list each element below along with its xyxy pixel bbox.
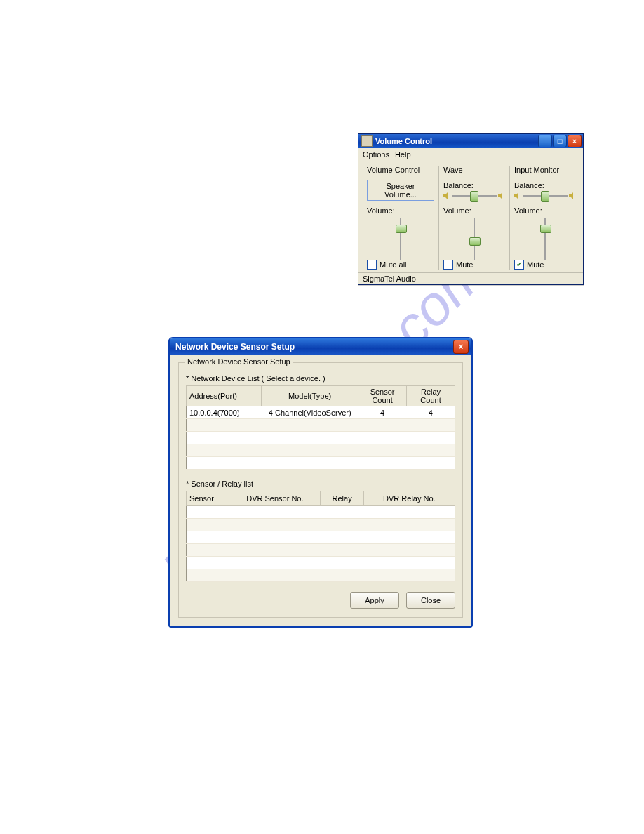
dialog-title: Network Device Sensor Setup [175, 342, 453, 352]
table-row[interactable] [187, 531, 455, 544]
device-list-table: Address(Port) Model(Type) Sensor Count R… [186, 385, 455, 470]
volume-body: Volume Control Speaker Volume... Volume:… [358, 161, 583, 272]
col-dvr-relay[interactable]: DVR Relay No. [363, 491, 455, 506]
volume-control-window: Volume Control _ □ × Options Help Volume… [358, 133, 584, 285]
speaker-right-icon [498, 192, 505, 199]
master-title: Volume Control [367, 166, 434, 174]
maximize-button[interactable]: □ [553, 135, 567, 147]
device-list-label: * Network Device List ( Select a device.… [186, 374, 455, 383]
wave-title: Wave [443, 166, 505, 174]
table-header-row: Sensor DVR Sensor No. Relay DVR Relay No… [187, 491, 455, 506]
close-button[interactable]: × [453, 340, 469, 354]
speaker-volume-button[interactable]: Speaker Volume... [367, 180, 434, 201]
menu-help[interactable]: Help [395, 150, 411, 159]
sensor-setup-titlebar[interactable]: Network Device Sensor Setup × [170, 338, 471, 355]
table-row[interactable] [187, 506, 455, 519]
svg-marker-1 [498, 192, 502, 199]
wave-balance-slider[interactable] [443, 191, 505, 201]
input-title: Input Monitor [514, 166, 576, 174]
group-title: Network Device Sensor Setup [185, 357, 293, 366]
wave-mute-checkbox[interactable] [443, 260, 453, 270]
input-balance-label: Balance: [514, 181, 576, 190]
app-icon [361, 135, 373, 147]
wave-volume-slider[interactable] [464, 218, 485, 260]
input-volume-slider[interactable] [535, 218, 556, 260]
table-row[interactable] [187, 544, 455, 557]
dialog-body: Network Device Sensor Setup * Network De… [170, 355, 471, 626]
input-column: Input Monitor Balance: Volume: ✔ Mute [510, 166, 580, 270]
apply-button[interactable]: Apply [350, 592, 399, 609]
master-volume-slider[interactable] [390, 218, 411, 260]
wave-volume-label: Volume: [443, 206, 505, 215]
sensor-setup-window: Network Device Sensor Setup × Network De… [168, 337, 473, 628]
col-address[interactable]: Address(Port) [187, 386, 262, 406]
close-button[interactable]: Close [406, 592, 455, 609]
menubar: Options Help [358, 148, 583, 161]
col-dvr-sensor[interactable]: DVR Sensor No. [229, 491, 321, 506]
cell-model: 4 Channel(VideoServer) [262, 406, 358, 419]
speaker-left-icon [514, 192, 521, 199]
col-relay[interactable]: Relay [321, 491, 363, 506]
wave-balance-label: Balance: [443, 181, 505, 190]
table-row[interactable]: 10.0.0.4(7000) 4 Channel(VideoServer) 4 … [187, 406, 455, 419]
col-sensor[interactable]: Sensor [187, 491, 229, 506]
minimize-button[interactable]: _ [538, 135, 552, 147]
close-button[interactable]: × [568, 135, 582, 147]
svg-marker-2 [514, 192, 518, 199]
wave-mute-row: Mute [443, 260, 505, 270]
master-column: Volume Control Speaker Volume... Volume:… [363, 166, 439, 270]
sensor-relay-table: Sensor DVR Sensor No. Relay DVR Relay No… [186, 491, 455, 582]
cell-sensor-count: 4 [358, 406, 407, 419]
cell-address: 10.0.0.4(7000) [187, 406, 262, 419]
sensor-list-label: * Sensor / Relay list [186, 479, 455, 488]
col-sensor-count[interactable]: Sensor Count [358, 386, 407, 406]
table-row[interactable] [187, 444, 455, 457]
input-mute-checkbox[interactable]: ✔ [514, 260, 524, 270]
mute-all-label: Mute all [380, 260, 407, 269]
table-row[interactable] [187, 432, 455, 444]
col-model[interactable]: Model(Type) [262, 386, 358, 406]
status-bar: SigmaTel Audio [358, 272, 583, 284]
master-mute-row: Mute all [367, 260, 434, 270]
mute-all-checkbox[interactable] [367, 260, 377, 270]
table-row[interactable] [187, 519, 455, 531]
wave-column: Wave Balance: Volume: Mute [439, 166, 510, 270]
menu-options[interactable]: Options [363, 150, 389, 159]
input-volume-label: Volume: [514, 206, 576, 215]
table-row[interactable] [187, 419, 455, 432]
sensor-setup-group: Network Device Sensor Setup * Network De… [178, 362, 463, 618]
page-divider [63, 51, 581, 51]
table-header-row: Address(Port) Model(Type) Sensor Count R… [187, 386, 455, 406]
input-mute-label: Mute [527, 260, 544, 269]
button-row: Apply Close [186, 592, 455, 609]
window-buttons: _ □ × [538, 135, 582, 147]
cell-relay-count: 4 [407, 406, 455, 419]
window-title: Volume Control [375, 137, 538, 145]
table-row[interactable] [187, 457, 455, 470]
volume-control-titlebar[interactable]: Volume Control _ □ × [358, 134, 583, 148]
wave-mute-label: Mute [456, 260, 473, 269]
svg-marker-0 [443, 192, 448, 199]
svg-marker-3 [569, 192, 573, 199]
col-relay-count[interactable]: Relay Count [407, 386, 455, 406]
master-volume-label: Volume: [367, 206, 434, 215]
speaker-right-icon [569, 192, 576, 199]
input-mute-row: ✔ Mute [514, 260, 576, 270]
table-row[interactable] [187, 557, 455, 569]
table-row[interactable] [187, 569, 455, 582]
speaker-left-icon [443, 192, 450, 199]
input-balance-slider[interactable] [514, 191, 576, 201]
